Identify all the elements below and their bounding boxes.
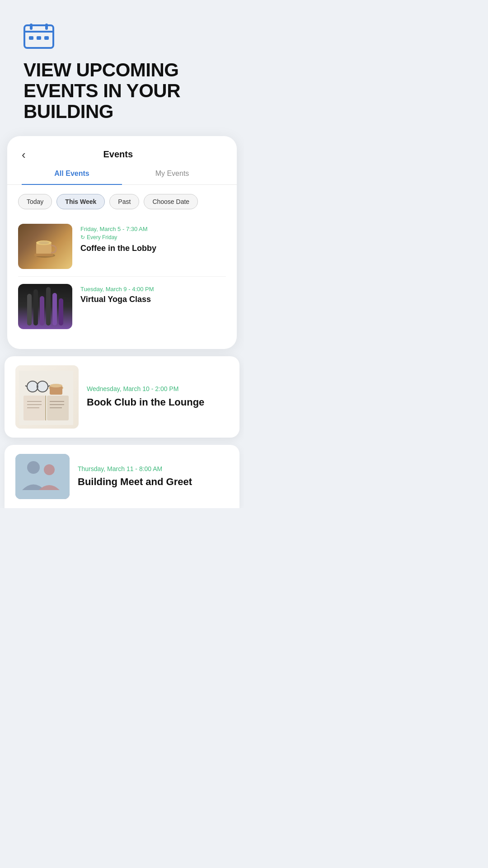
filter-this-week[interactable]: This Week: [56, 194, 105, 209]
svg-point-24: [50, 384, 62, 387]
event-name-yoga: Virtual Yoga Class: [80, 294, 226, 305]
event-image-yoga: [18, 284, 72, 329]
svg-point-10: [38, 241, 49, 244]
event-image-meet-greet: [15, 454, 70, 499]
recurring-icon: ↻: [80, 234, 85, 241]
back-button[interactable]: ‹: [22, 149, 26, 160]
svg-point-26: [37, 381, 48, 392]
event-name-book-club: Book Club in the Lounge: [87, 396, 229, 409]
yoga-visual: [27, 287, 63, 326]
event-date-book-club: Wednesday, March 10 - 2:00 PM: [87, 385, 229, 392]
event-image-coffee: [18, 224, 72, 269]
event-info-coffee: Friday, March 5 - 7:30 AM ↻ Every Friday…: [80, 224, 226, 254]
events-list: Friday, March 5 - 7:30 AM ↻ Every Friday…: [7, 217, 237, 349]
svg-rect-5: [37, 36, 41, 40]
event-date-yoga: Tuesday, March 9 - 4:00 PM: [80, 286, 226, 292]
tabs-row: All Events My Events: [7, 160, 237, 185]
tab-my-events[interactable]: My Events: [122, 170, 222, 185]
svg-rect-3: [45, 24, 48, 30]
event-info-yoga: Tuesday, March 9 - 4:00 PM Virtual Yoga …: [80, 284, 226, 305]
event-date-coffee: Friday, March 5 - 7:30 AM: [80, 226, 226, 232]
svg-rect-6: [44, 36, 49, 40]
page-header: VIEW UPCOMING EVENTS IN YOUR BUILDING: [0, 0, 244, 136]
calendar-icon: [23, 22, 221, 60]
svg-point-25: [27, 381, 38, 392]
screen-title: Events: [26, 149, 211, 160]
event-info-meet-greet: Thursday, March 11 - 8:00 AM Building Me…: [78, 465, 229, 488]
event-item-book-club[interactable]: Wednesday, March 10 - 2:00 PM Book Club …: [5, 356, 239, 438]
event-item-coffee[interactable]: Friday, March 5 - 7:30 AM ↻ Every Friday…: [18, 217, 226, 277]
svg-rect-4: [29, 36, 33, 40]
svg-rect-2: [30, 24, 33, 30]
filter-past[interactable]: Past: [109, 194, 139, 209]
event-image-book-club: [15, 365, 79, 429]
svg-rect-33: [15, 454, 70, 499]
filter-row: Today This Week Past Choose Date: [7, 185, 237, 217]
event-date-meet-greet: Thursday, March 11 - 8:00 AM: [78, 465, 229, 472]
event-name-meet-greet: Building Meet and Greet: [78, 476, 229, 488]
event-recurring-coffee: ↻ Every Friday: [80, 234, 226, 241]
event-item-yoga[interactable]: Tuesday, March 9 - 4:00 PM Virtual Yoga …: [18, 277, 226, 336]
card-header: ‹ Events: [7, 136, 237, 160]
filter-today[interactable]: Today: [18, 194, 52, 209]
event-info-book-club: Wednesday, March 10 - 2:00 PM Book Club …: [87, 385, 229, 409]
page-title: VIEW UPCOMING EVENTS IN YOUR BUILDING: [23, 60, 221, 123]
event-item-meet-greet[interactable]: Thursday, March 11 - 8:00 AM Building Me…: [5, 445, 239, 508]
tab-all-events[interactable]: All Events: [22, 170, 122, 185]
filter-choose-date[interactable]: Choose Date: [144, 194, 198, 209]
app-card: ‹ Events All Events My Events Today This…: [7, 136, 237, 349]
svg-rect-11: [34, 254, 53, 256]
event-name-coffee: Coffee in the Lobby: [80, 243, 226, 254]
